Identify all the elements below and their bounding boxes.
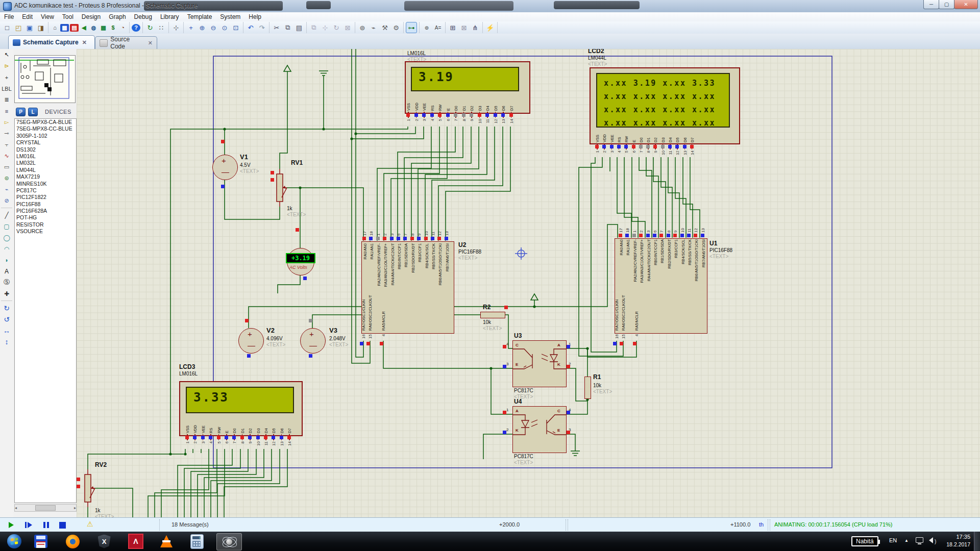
toolbar-icon[interactable]: ⊞ — [448, 22, 458, 33]
close-tab-icon[interactable]: ✕ — [82, 39, 87, 46]
mode-icon[interactable]: + — [1, 72, 12, 83]
start-button[interactable] — [3, 533, 26, 549]
device-list-item[interactable]: LM032L — [15, 160, 76, 166]
taskbar-proteus-icon[interactable] — [216, 533, 242, 550]
toolbar-icon[interactable]: ⊚ — [357, 22, 368, 33]
v1-ref-label[interactable]: V1 — [240, 153, 248, 161]
device-list-item[interactable]: PIC12F1822 — [15, 194, 76, 201]
v1-value-label[interactable]: 4.5V — [240, 162, 251, 168]
r1-value-label[interactable]: 10k — [593, 383, 601, 388]
toolbar-icon[interactable]: ∷ — [156, 22, 166, 33]
u3-part-label[interactable]: PC817C — [514, 388, 533, 393]
r1-text-placeholder[interactable]: <TEXT> — [593, 389, 612, 394]
lcd3-part-label[interactable]: LM016L — [179, 371, 198, 377]
2d-graphics-icon[interactable]: ◠ — [1, 243, 12, 254]
toolbar-icon[interactable]: ↷ — [257, 22, 267, 33]
r2-value-label[interactable]: 10k — [483, 319, 491, 325]
rv2-potentiometer[interactable] — [84, 469, 97, 507]
toolbar-icon[interactable]: ⊹ — [320, 22, 330, 33]
u2-text-placeholder[interactable]: <TEXT> — [458, 255, 477, 261]
menu-item[interactable]: Tool — [58, 13, 78, 20]
mode-icon[interactable]: LBL — [1, 83, 12, 94]
device-list-item[interactable]: PIC16F88 — [15, 201, 76, 208]
u2-part-label[interactable]: PIC16F88 — [458, 249, 481, 255]
toolbar-icon[interactable]: ⚡ — [485, 22, 495, 33]
device-list-item[interactable]: CRYSTAL — [15, 139, 76, 146]
menu-item[interactable]: Library — [156, 13, 183, 20]
mode-icon[interactable]: ∿ — [1, 151, 12, 161]
mode-icon[interactable]: ⊳ — [1, 61, 12, 71]
lcd2-ref-label[interactable]: LCD2 — [588, 49, 604, 55]
rv2-ref-label[interactable]: RV2 — [95, 461, 107, 468]
menu-item[interactable]: Template — [183, 13, 216, 20]
toolbar-icon[interactable]: ▣ — [24, 22, 35, 33]
show-hidden-icons[interactable]: ▲ — [904, 538, 909, 551]
v3-voltage-source[interactable]: +— — [300, 328, 326, 354]
2d-graphics-icon[interactable]: ✚ — [1, 288, 12, 299]
r1-ref-label[interactable]: R1 — [593, 373, 601, 381]
v3-ref-label[interactable]: V3 — [329, 327, 337, 334]
2d-graphics-icon[interactable]: ╱ — [1, 210, 12, 220]
r2-text-placeholder[interactable]: <TEXT> — [483, 325, 502, 331]
mode-icon[interactable]: ⊚ — [1, 173, 12, 184]
toolbar-icon[interactable]: ◨ — [36, 22, 46, 33]
scroll-right-icon[interactable]: ▸ — [74, 506, 76, 510]
toolbar-icon[interactable]: ⊖ — [208, 22, 218, 33]
device-list-item[interactable]: PIC16F628A — [15, 208, 76, 214]
device-list-item[interactable]: VSOURCE — [15, 228, 76, 235]
schematic-canvas[interactable]: LM016L <TEXT> 3.19 VSS 1 VDD 2 VEE 3 — [77, 49, 980, 517]
v1-text-placeholder[interactable]: <TEXT> — [240, 168, 259, 174]
network-icon[interactable] — [916, 537, 923, 551]
toolbar-icon[interactable]: ◰ — [13, 22, 23, 33]
toolbar-icon[interactable]: ⧉ — [283, 22, 293, 33]
menu-item[interactable]: Graph — [105, 13, 130, 20]
toolbar-icon[interactable]: ◍ — [89, 24, 98, 32]
r1-resistor[interactable] — [584, 377, 591, 399]
u4-text-placeholder[interactable]: <TEXT> — [514, 460, 533, 465]
r2-ref-label[interactable]: R2 — [483, 304, 491, 311]
v2-ref-label[interactable]: V2 — [266, 327, 275, 334]
scrollbar-thumb[interactable] — [35, 505, 56, 511]
toolbar-icon[interactable]: ↶ — [246, 22, 256, 33]
device-list-item[interactable]: PC817C — [15, 187, 76, 194]
toolbar-icon[interactable]: ⊠ — [342, 22, 353, 33]
device-list-item[interactable]: MAX7219 — [15, 173, 76, 180]
step-button[interactable] — [22, 520, 35, 530]
device-list-item[interactable]: RESISTOR — [15, 221, 76, 228]
rv2-value-label[interactable]: 1k — [95, 508, 101, 513]
toolbar-icon[interactable]: ◔ — [118, 24, 127, 32]
play-button[interactable] — [5, 520, 17, 530]
toolbar-icon[interactable]: ⧉ — [309, 22, 319, 33]
toolbar-icon[interactable]: ⚙ — [391, 22, 401, 33]
clock[interactable]: 17:35 18.2.2017 — [946, 533, 970, 551]
mode-icon[interactable]: ▭ — [1, 162, 12, 172]
device-list-item[interactable]: DS1302 — [15, 146, 76, 153]
schematic-overview-minimap[interactable] — [14, 55, 76, 103]
tab-schematic-capture[interactable]: Schematic Capture ✕ — [8, 35, 95, 49]
u4-ref-label[interactable]: U4 — [514, 398, 522, 405]
2d-graphics-icon[interactable]: ▢ — [1, 221, 12, 232]
mode-icon[interactable]: ⊸ — [1, 128, 12, 139]
2d-graphics-icon[interactable]: Ⓢ — [1, 277, 12, 288]
orientation-icon[interactable]: ↔ — [1, 325, 12, 336]
toolbar-icon[interactable]: □ — [2, 22, 12, 33]
mode-icon[interactable]: ⫟ — [1, 139, 12, 150]
toolbar-icon[interactable]: ↻ — [145, 22, 155, 33]
2d-graphics-icon[interactable]: ◯ — [1, 232, 12, 243]
toolbar-icon[interactable]: ▩ — [99, 24, 108, 32]
lcd1-part-label[interactable]: LM016L — [407, 51, 426, 56]
mode-icon[interactable]: ≣ — [1, 94, 12, 105]
toolbar-icon[interactable]: ⊙ — [219, 22, 230, 33]
device-list-item[interactable]: 7SEG-MPX8-CA-BLUE — [15, 119, 76, 126]
mode-icon[interactable]: ⌁ — [1, 184, 12, 195]
v2-voltage-source[interactable]: +— — [238, 328, 264, 354]
pick-devices-button[interactable]: P — [16, 108, 26, 116]
u1-text-placeholder[interactable]: <TEXT> — [709, 254, 728, 259]
toolbar-icon[interactable]: ▤ — [294, 22, 304, 33]
menu-item[interactable]: Debug — [130, 13, 156, 20]
mode-icon[interactable]: ⊘ — [1, 195, 12, 206]
taskbar-firefox-icon[interactable] — [61, 533, 84, 549]
device-list-item[interactable]: MINRES10K — [15, 181, 76, 187]
wire-autorouter-toggle[interactable]: ⊶ — [406, 22, 417, 33]
device-list-item[interactable]: LM044L — [15, 167, 76, 173]
